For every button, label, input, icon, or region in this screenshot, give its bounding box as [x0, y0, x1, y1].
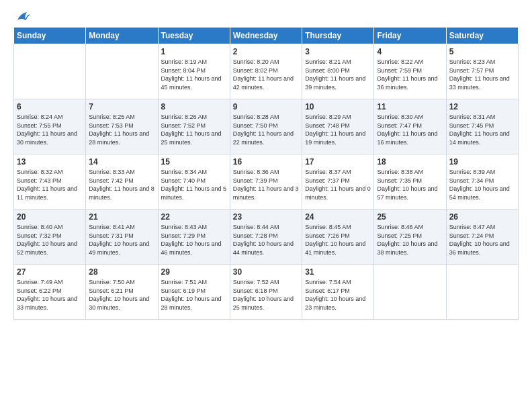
calendar-cell: 23Sunrise: 8:44 AM Sunset: 7:28 PM Dayli… — [230, 210, 302, 265]
day-number: 4 — [377, 47, 443, 56]
cell-daylight-info: Sunrise: 8:24 AM Sunset: 7:55 PM Dayligh… — [17, 113, 83, 146]
day-number: 21 — [89, 212, 154, 222]
calendar-cell: 17Sunrise: 8:37 AM Sunset: 7:37 PM Dayli… — [302, 154, 374, 210]
cell-daylight-info: Sunrise: 8:47 AM Sunset: 7:24 PM Dayligh… — [449, 223, 515, 257]
cell-daylight-info: Sunrise: 7:52 AM Sunset: 6:18 PM Dayligh… — [233, 278, 299, 312]
cell-daylight-info: Sunrise: 8:38 AM Sunset: 7:35 PM Dayligh… — [377, 168, 443, 201]
calendar-cell: 14Sunrise: 8:33 AM Sunset: 7:42 PM Dayli… — [86, 154, 158, 210]
calendar-cell: 13Sunrise: 8:32 AM Sunset: 7:43 PM Dayli… — [14, 154, 86, 210]
calendar-cell: 7Sunrise: 8:25 AM Sunset: 7:53 PM Daylig… — [86, 99, 158, 154]
calendar-cell: 10Sunrise: 8:29 AM Sunset: 7:48 PM Dayli… — [302, 99, 374, 154]
day-number: 28 — [89, 267, 154, 277]
weekday-header-row: SundayMondayTuesdayWednesdayThursdayFrid… — [14, 28, 519, 44]
day-number: 13 — [17, 157, 83, 167]
calendar-cell: 30Sunrise: 7:52 AM Sunset: 6:18 PM Dayli… — [230, 265, 302, 320]
day-number: 25 — [377, 212, 443, 222]
calendar-week-row: 1Sunrise: 8:19 AM Sunset: 8:04 PM Daylig… — [14, 44, 519, 99]
calendar-cell: 6Sunrise: 8:24 AM Sunset: 7:55 PM Daylig… — [14, 99, 86, 154]
day-number: 26 — [449, 212, 515, 222]
calendar-cell: 29Sunrise: 7:51 AM Sunset: 6:19 PM Dayli… — [158, 265, 230, 320]
day-number: 19 — [449, 157, 515, 167]
day-number: 24 — [305, 212, 371, 222]
calendar-cell: 25Sunrise: 8:46 AM Sunset: 7:25 PM Dayli… — [374, 210, 446, 265]
weekday-header-tuesday: Tuesday — [158, 28, 230, 44]
day-number: 1 — [161, 47, 227, 56]
calendar-cell: 22Sunrise: 8:43 AM Sunset: 7:29 PM Dayli… — [158, 210, 230, 265]
day-number: 17 — [305, 157, 371, 167]
weekday-header-sunday: Sunday — [14, 28, 86, 44]
calendar-cell: 18Sunrise: 8:38 AM Sunset: 7:35 PM Dayli… — [374, 154, 446, 210]
day-number: 31 — [305, 267, 371, 277]
cell-daylight-info: Sunrise: 8:36 AM Sunset: 7:39 PM Dayligh… — [233, 168, 299, 201]
cell-daylight-info: Sunrise: 8:20 AM Sunset: 8:02 PM Dayligh… — [233, 58, 299, 91]
calendar-table: SundayMondayTuesdayWednesdayThursdayFrid… — [13, 27, 519, 320]
cell-daylight-info: Sunrise: 8:22 AM Sunset: 7:59 PM Dayligh… — [377, 58, 443, 91]
calendar-cell: 1Sunrise: 8:19 AM Sunset: 8:04 PM Daylig… — [158, 44, 230, 99]
cell-daylight-info: Sunrise: 8:39 AM Sunset: 7:34 PM Dayligh… — [449, 168, 515, 201]
cell-daylight-info: Sunrise: 8:28 AM Sunset: 7:50 PM Dayligh… — [233, 113, 299, 146]
cell-daylight-info: Sunrise: 8:19 AM Sunset: 8:04 PM Dayligh… — [161, 58, 227, 91]
logo-bird-icon — [15, 11, 30, 23]
calendar-cell — [86, 44, 158, 99]
day-number: 2 — [233, 47, 299, 56]
cell-daylight-info: Sunrise: 8:44 AM Sunset: 7:28 PM Dayligh… — [233, 223, 299, 257]
calendar-week-row: 20Sunrise: 8:40 AM Sunset: 7:32 PM Dayli… — [14, 210, 519, 265]
weekday-header-friday: Friday — [374, 28, 446, 44]
weekday-header-saturday: Saturday — [446, 28, 518, 44]
day-number: 15 — [161, 157, 227, 167]
calendar-week-row: 27Sunrise: 7:49 AM Sunset: 6:22 PM Dayli… — [14, 265, 519, 320]
day-number: 8 — [161, 102, 227, 111]
day-number: 11 — [377, 102, 443, 111]
calendar-cell — [446, 265, 518, 320]
calendar-cell: 31Sunrise: 7:54 AM Sunset: 6:17 PM Dayli… — [302, 265, 374, 320]
weekday-header-wednesday: Wednesday — [230, 28, 302, 44]
day-number: 14 — [89, 157, 154, 167]
cell-daylight-info: Sunrise: 8:29 AM Sunset: 7:48 PM Dayligh… — [305, 113, 371, 146]
calendar-cell — [14, 44, 86, 99]
day-number: 23 — [233, 212, 299, 222]
day-number: 18 — [377, 157, 443, 167]
calendar-week-row: 13Sunrise: 8:32 AM Sunset: 7:43 PM Dayli… — [14, 154, 519, 210]
day-number: 7 — [89, 102, 154, 111]
calendar-cell: 3Sunrise: 8:21 AM Sunset: 8:00 PM Daylig… — [302, 44, 374, 99]
cell-daylight-info: Sunrise: 8:45 AM Sunset: 7:26 PM Dayligh… — [305, 223, 371, 257]
calendar-cell: 5Sunrise: 8:23 AM Sunset: 7:57 PM Daylig… — [446, 44, 518, 99]
day-number: 29 — [161, 267, 227, 277]
page: SundayMondayTuesdayWednesdayThursdayFrid… — [0, 0, 532, 411]
calendar-cell — [374, 265, 446, 320]
logo — [13, 11, 30, 23]
cell-daylight-info: Sunrise: 7:51 AM Sunset: 6:19 PM Dayligh… — [161, 278, 227, 312]
cell-daylight-info: Sunrise: 8:41 AM Sunset: 7:31 PM Dayligh… — [89, 223, 154, 257]
cell-daylight-info: Sunrise: 8:40 AM Sunset: 7:32 PM Dayligh… — [17, 223, 83, 257]
cell-daylight-info: Sunrise: 8:34 AM Sunset: 7:40 PM Dayligh… — [161, 168, 227, 201]
cell-daylight-info: Sunrise: 8:32 AM Sunset: 7:43 PM Dayligh… — [17, 168, 83, 201]
calendar-cell: 11Sunrise: 8:30 AM Sunset: 7:47 PM Dayli… — [374, 99, 446, 154]
weekday-header-thursday: Thursday — [302, 28, 374, 44]
calendar-cell: 19Sunrise: 8:39 AM Sunset: 7:34 PM Dayli… — [446, 154, 518, 210]
calendar-cell: 15Sunrise: 8:34 AM Sunset: 7:40 PM Dayli… — [158, 154, 230, 210]
day-number: 20 — [17, 212, 83, 222]
calendar-cell: 28Sunrise: 7:50 AM Sunset: 6:21 PM Dayli… — [86, 265, 158, 320]
cell-daylight-info: Sunrise: 8:21 AM Sunset: 8:00 PM Dayligh… — [305, 58, 371, 91]
day-number: 3 — [305, 47, 371, 56]
day-number: 12 — [449, 102, 515, 111]
calendar-week-row: 6Sunrise: 8:24 AM Sunset: 7:55 PM Daylig… — [14, 99, 519, 154]
day-number: 22 — [161, 212, 227, 222]
cell-daylight-info: Sunrise: 8:30 AM Sunset: 7:47 PM Dayligh… — [377, 113, 443, 146]
calendar-cell: 9Sunrise: 8:28 AM Sunset: 7:50 PM Daylig… — [230, 99, 302, 154]
calendar-cell: 20Sunrise: 8:40 AM Sunset: 7:32 PM Dayli… — [14, 210, 86, 265]
cell-daylight-info: Sunrise: 8:46 AM Sunset: 7:25 PM Dayligh… — [377, 223, 443, 257]
calendar-cell: 12Sunrise: 8:31 AM Sunset: 7:45 PM Dayli… — [446, 99, 518, 154]
calendar-cell: 16Sunrise: 8:36 AM Sunset: 7:39 PM Dayli… — [230, 154, 302, 210]
cell-daylight-info: Sunrise: 8:31 AM Sunset: 7:45 PM Dayligh… — [449, 113, 515, 146]
calendar-cell: 24Sunrise: 8:45 AM Sunset: 7:26 PM Dayli… — [302, 210, 374, 265]
calendar-cell: 26Sunrise: 8:47 AM Sunset: 7:24 PM Dayli… — [446, 210, 518, 265]
calendar-cell: 8Sunrise: 8:26 AM Sunset: 7:52 PM Daylig… — [158, 99, 230, 154]
day-number: 9 — [233, 102, 299, 111]
weekday-header-monday: Monday — [86, 28, 158, 44]
cell-daylight-info: Sunrise: 8:43 AM Sunset: 7:29 PM Dayligh… — [161, 223, 227, 257]
cell-daylight-info: Sunrise: 7:50 AM Sunset: 6:21 PM Dayligh… — [89, 278, 154, 312]
day-number: 30 — [233, 267, 299, 277]
cell-daylight-info: Sunrise: 8:23 AM Sunset: 7:57 PM Dayligh… — [449, 58, 515, 91]
calendar-cell: 4Sunrise: 8:22 AM Sunset: 7:59 PM Daylig… — [374, 44, 446, 99]
